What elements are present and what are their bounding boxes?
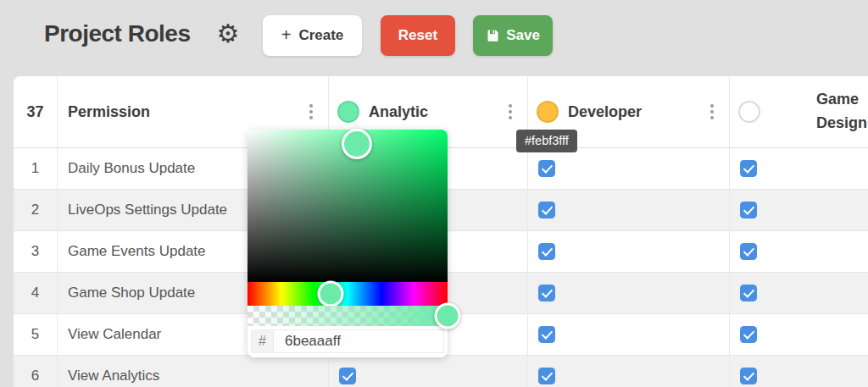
plus-icon: + xyxy=(281,25,292,45)
game-designer-checkbox[interactable] xyxy=(740,326,757,343)
analytic-header-label: Analytic xyxy=(369,103,428,121)
analytic-menu-icon[interactable] xyxy=(505,101,515,123)
page-title: Project Roles xyxy=(44,20,190,47)
row-number: 1 xyxy=(31,160,39,177)
create-button[interactable]: + Create xyxy=(263,15,362,56)
hue-slider[interactable] xyxy=(248,282,448,306)
game-designer-checkbox[interactable] xyxy=(740,202,757,218)
game-designer-cell xyxy=(730,273,868,313)
analytic-checkbox[interactable] xyxy=(339,368,356,384)
row-number-cell: 4 xyxy=(14,273,58,313)
row-number: 5 xyxy=(31,326,39,343)
row-number: 6 xyxy=(31,368,39,384)
saturation-area[interactable] xyxy=(248,130,448,282)
hash-prefix: # xyxy=(252,330,274,352)
developer-cell xyxy=(528,148,730,189)
create-button-label: Create xyxy=(298,27,343,44)
permission-label: LiveOps Settings Update xyxy=(68,202,227,218)
row-number-cell: 5 xyxy=(14,314,58,355)
alpha-slider[interactable] xyxy=(248,306,448,326)
row-number: 2 xyxy=(31,202,39,218)
row-number: 4 xyxy=(31,285,39,301)
developer-checkbox[interactable] xyxy=(538,368,555,384)
reset-button-label: Reset xyxy=(398,27,437,44)
column-game-designer: Game Design xyxy=(730,76,868,147)
alpha-handle[interactable] xyxy=(435,303,461,329)
developer-cell xyxy=(528,314,730,355)
saturation-handle[interactable] xyxy=(342,129,372,159)
row-number: 3 xyxy=(31,243,39,260)
save-button-label: Save xyxy=(506,27,540,44)
developer-checkbox[interactable] xyxy=(538,326,555,343)
top-bar: Project Roles ⚙ + Create Reset Save xyxy=(0,0,868,76)
developer-header-label: Developer xyxy=(568,103,642,121)
hex-input-row: # xyxy=(251,329,444,353)
permission-label: Game Shop Update xyxy=(68,285,195,301)
developer-checkbox[interactable] xyxy=(538,160,555,177)
developer-checkbox[interactable] xyxy=(538,202,555,218)
color-tooltip: #febf3fff xyxy=(516,130,577,152)
game-designer-checkbox[interactable] xyxy=(740,160,757,177)
game-designer-cell xyxy=(730,356,868,387)
gear-icon[interactable]: ⚙ xyxy=(214,20,242,47)
permission-header-label: Permission xyxy=(68,103,150,121)
game-designer-color-dot[interactable] xyxy=(738,101,760,123)
game-designer-checkbox[interactable] xyxy=(740,285,757,301)
game-designer-cell xyxy=(730,231,868,272)
permission-label: View Calendar xyxy=(68,326,161,343)
row-number-cell: 2 xyxy=(14,190,58,230)
permission-label: View Analytics xyxy=(68,368,159,384)
game-designer-cell xyxy=(730,190,868,230)
hue-handle[interactable] xyxy=(317,281,343,307)
developer-menu-icon[interactable] xyxy=(707,101,717,123)
developer-cell xyxy=(528,231,730,272)
developer-cell xyxy=(528,190,730,230)
developer-color-dot[interactable] xyxy=(537,101,559,123)
developer-checkbox[interactable] xyxy=(538,285,555,301)
permission-menu-icon[interactable] xyxy=(306,101,316,123)
reset-button[interactable]: Reset xyxy=(381,15,455,56)
game-designer-header-label: Game Design xyxy=(816,88,868,135)
save-button[interactable]: Save xyxy=(473,15,553,56)
row-number-cell: 3 xyxy=(14,231,58,272)
analytic-cell xyxy=(329,356,528,387)
save-floppy-icon xyxy=(486,29,499,42)
game-designer-checkbox[interactable] xyxy=(740,243,757,260)
color-picker-popup: # xyxy=(248,130,448,357)
game-designer-cell xyxy=(730,148,868,189)
developer-cell xyxy=(528,356,730,387)
permission-label: Daily Bonus Update xyxy=(68,160,195,177)
developer-checkbox[interactable] xyxy=(538,243,555,260)
developer-cell xyxy=(528,273,730,313)
analytic-color-dot[interactable] xyxy=(337,101,359,123)
alpha-gradient xyxy=(248,306,448,326)
row-count-header: 37 xyxy=(14,76,58,147)
tooltip-text: #febf3fff xyxy=(525,134,569,147)
game-designer-checkbox[interactable] xyxy=(740,368,757,384)
row-number-cell: 1 xyxy=(14,148,58,189)
table-row: 6 View Analytics xyxy=(14,356,868,387)
permission-label: Game Events Update xyxy=(68,243,206,260)
hex-input[interactable] xyxy=(274,330,444,352)
row-number-cell: 6 xyxy=(14,356,58,387)
permission-cell: View Analytics xyxy=(58,356,329,387)
game-designer-cell xyxy=(730,314,868,355)
